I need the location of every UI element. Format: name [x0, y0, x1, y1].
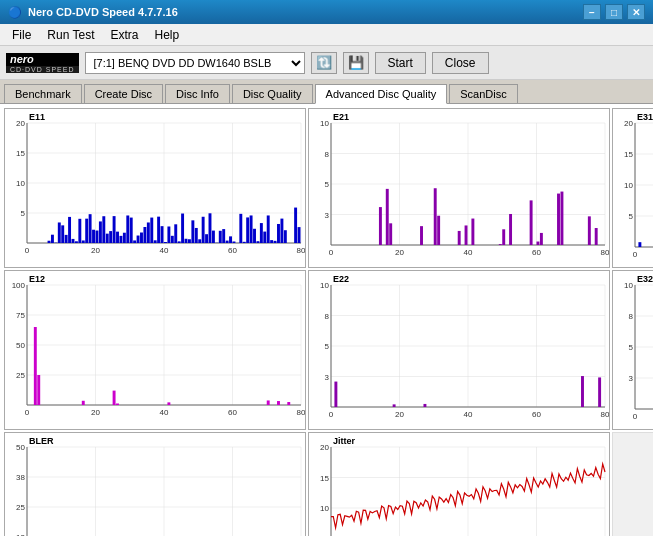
chart-e22: [308, 270, 610, 430]
chart-canvas-bler: [5, 433, 305, 536]
tab-create-disc[interactable]: Create Disc: [84, 84, 163, 103]
chart-canvas-jitter: [309, 433, 609, 536]
menu-run-test[interactable]: Run Test: [39, 26, 102, 44]
close-button[interactable]: Close: [432, 52, 489, 74]
maximize-button[interactable]: □: [605, 4, 623, 20]
chart-canvas-e11: [5, 109, 305, 261]
titlebar: 🔵 Nero CD-DVD Speed 4.7.7.16 − □ ✕: [0, 0, 653, 24]
app-icon: 🔵: [8, 6, 22, 19]
chart-e12: [4, 270, 306, 430]
menu-extra[interactable]: Extra: [102, 26, 146, 44]
tab-benchmark[interactable]: Benchmark: [4, 84, 82, 103]
chart-e21: [308, 108, 610, 268]
menu-file[interactable]: File: [4, 26, 39, 44]
tab-scan-disc[interactable]: ScanDisc: [449, 84, 517, 103]
chart-canvas-e31: [613, 109, 653, 265]
chart-bler: [4, 432, 306, 536]
chart-e31: [612, 108, 653, 268]
nero-logo-block: nero CD·DVD SPEED: [6, 53, 79, 73]
chart-canvas-e22: [309, 271, 609, 425]
refresh-icon-button[interactable]: 🔃: [311, 52, 337, 74]
tab-disc-info[interactable]: Disc Info: [165, 84, 230, 103]
toolbar: nero CD·DVD SPEED [7:1] BENQ DVD DD DW16…: [0, 46, 653, 80]
close-window-button[interactable]: ✕: [627, 4, 645, 20]
menu-help[interactable]: Help: [147, 26, 188, 44]
chart-e11: [4, 108, 306, 268]
nero-logo-sub: CD·DVD SPEED: [6, 66, 79, 73]
app-title: Nero CD-DVD Speed 4.7.7.16: [28, 6, 583, 18]
nero-logo-top: nero: [6, 53, 79, 66]
chart-canvas-e12: [5, 271, 305, 423]
save-icon-button[interactable]: 💾: [343, 52, 369, 74]
chart-canvas-e21: [309, 109, 609, 263]
chart-empty: [612, 432, 653, 536]
tab-bar: Benchmark Create Disc Disc Info Disc Qua…: [0, 80, 653, 104]
charts-area: [0, 104, 653, 536]
start-button[interactable]: Start: [375, 52, 426, 74]
chart-e32: [612, 270, 653, 430]
chart-jitter: [308, 432, 610, 536]
device-selector[interactable]: [7:1] BENQ DVD DD DW1640 BSLB: [85, 52, 305, 74]
window-controls: − □ ✕: [583, 4, 645, 20]
tab-advanced-disc-quality[interactable]: Advanced Disc Quality: [315, 84, 448, 104]
menubar: File Run Test Extra Help: [0, 24, 653, 46]
tab-disc-quality[interactable]: Disc Quality: [232, 84, 313, 103]
minimize-button[interactable]: −: [583, 4, 601, 20]
chart-canvas-e32: [613, 271, 653, 427]
main-content: Disc info Type: Data CD ID: Taiyo Yuden …: [0, 104, 653, 536]
